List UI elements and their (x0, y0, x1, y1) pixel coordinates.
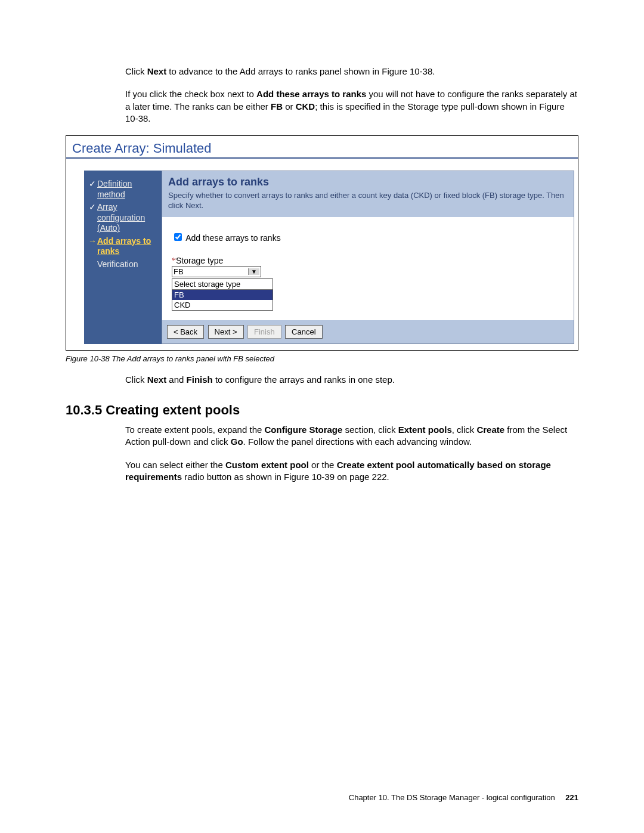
text: , click (452, 425, 477, 435)
bold-ckd: CKD (296, 101, 315, 112)
text: or the (309, 460, 337, 470)
storage-type-group: *Storage type FB ▼ Select storage type F… (172, 256, 564, 311)
panel-footer: < Back Next > Finish Cancel (162, 320, 574, 343)
select-value: FB (174, 267, 184, 276)
step-label: Array configuration (Auto) (97, 202, 158, 234)
chevron-down-icon: ▼ (248, 268, 259, 275)
storage-type-select[interactable]: FB ▼ (172, 266, 261, 277)
text: . Follow the panel directions with each … (243, 436, 472, 447)
wizard-panel: Add arrays to ranks Specify whether to c… (162, 171, 574, 344)
text: to configure the arrays and ranks in one… (213, 374, 395, 385)
text: radio button as shown in Figure 10-39 on… (182, 472, 389, 482)
listbox-header: Select storage type (172, 279, 273, 290)
text: Click (125, 66, 147, 76)
bold-custom-extent: Custom extent pool (225, 460, 309, 470)
cancel-button[interactable]: Cancel (285, 325, 322, 339)
step-verification: Verification (88, 259, 158, 270)
text: To create extent pools, expand the (125, 425, 265, 435)
step-add-arrays-to-ranks[interactable]: → Add arrays to ranks (88, 236, 158, 257)
finish-button: Finish (247, 325, 281, 339)
add-arrays-checkbox[interactable] (174, 233, 182, 241)
step-definition-method[interactable]: ✓ Definition method (88, 179, 158, 200)
required-star-icon: * (172, 256, 176, 265)
section-paragraph-1: To create extent pools, expand the Confi… (66, 424, 578, 448)
listbox-option-fb[interactable]: FB (172, 290, 273, 300)
text: section, click (342, 425, 398, 435)
wizard-sidebar: ✓ Definition method ✓ Array configuratio… (84, 171, 162, 344)
panel-description: Specify whether to convert arrays to ran… (168, 191, 568, 211)
checkmark-icon: ✓ (88, 202, 97, 213)
text: If you click the check box next to (125, 89, 256, 99)
document-page: Click Next to advance to the Add arrays … (0, 0, 644, 833)
page-footer: Chapter 10. The DS Storage Manager - log… (349, 793, 578, 802)
intro-paragraph-1: Click Next to advance to the Add arrays … (66, 66, 578, 78)
text: or (283, 101, 296, 112)
checkmark-icon: ✓ (88, 179, 97, 190)
next-button[interactable]: Next > (208, 325, 244, 339)
step-label: Add arrays to ranks (97, 236, 158, 257)
panel-header: Add arrays to ranks Specify whether to c… (162, 171, 574, 217)
section-paragraph-2: You can select either the Custom extent … (66, 459, 578, 484)
figure-screenshot: Create Array: Simulated ✓ Definition met… (66, 135, 578, 351)
text: Click (125, 374, 147, 385)
intro-paragraph-2: If you click the check box next to Add t… (66, 88, 578, 125)
listbox-option-ckd[interactable]: CKD (172, 300, 273, 310)
storage-type-label: Storage type (176, 256, 223, 265)
checkbox-label: Add these arrays to ranks (185, 233, 281, 243)
bold-create: Create (476, 425, 504, 435)
after-paragraph: Click Next and Finish to configure the a… (66, 374, 578, 386)
chapter-label: Chapter 10. The DS Storage Manager - log… (349, 793, 555, 802)
panel-title: Add arrays to ranks (168, 176, 568, 188)
step-label: Definition method (97, 179, 158, 200)
bold-fb: FB (271, 101, 283, 112)
bold-go: Go (231, 436, 243, 447)
wizard-container: ✓ Definition method ✓ Array configuratio… (66, 159, 578, 350)
bold-next: Next (147, 66, 167, 76)
section-heading: 10.3.5 Creating extent pools (66, 402, 578, 418)
text: and (166, 374, 186, 385)
text: to advance to the Add arrays to ranks pa… (166, 66, 435, 76)
bold-finish: Finish (187, 374, 213, 385)
figure-caption: Figure 10-38 The Add arrays to ranks pan… (66, 354, 578, 363)
text: You can select either the (125, 460, 225, 470)
arrow-right-icon: → (88, 236, 97, 247)
step-array-configuration[interactable]: ✓ Array configuration (Auto) (88, 202, 158, 234)
bold-add-arrays: Add these arrays to ranks (256, 89, 366, 99)
back-button[interactable]: < Back (167, 325, 204, 339)
bold-configure-storage: Configure Storage (265, 425, 343, 435)
bold-next: Next (147, 374, 167, 385)
page-number: 221 (565, 793, 578, 802)
checkbox-row: Add these arrays to ranks (172, 231, 564, 243)
window-title: Create Array: Simulated (66, 136, 578, 159)
storage-type-listbox[interactable]: Select storage type FB CKD (172, 278, 273, 311)
step-label: Verification (97, 259, 138, 270)
bold-extent-pools: Extent pools (398, 425, 452, 435)
panel-body: Add these arrays to ranks *Storage type … (162, 217, 574, 320)
